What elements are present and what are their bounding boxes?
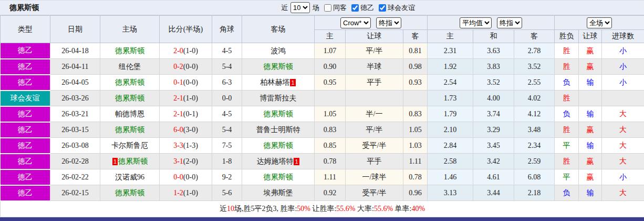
handicap-line-cell: 受平/半 xyxy=(346,138,403,154)
league-cell: 球会友谊 xyxy=(1,91,50,106)
avg-home-odds-cell: 2.31 xyxy=(428,43,473,59)
goals-result-cell: 小 xyxy=(602,75,644,91)
match-row: 德乙26-03-08卡尔斯鲁厄3-3(1-3)7-5德累斯顿0.85受平/半1.… xyxy=(1,138,644,154)
score-cell: 0-2(0-0) xyxy=(160,59,212,75)
handicap-line-cell xyxy=(346,91,403,106)
result-cell: 胜 xyxy=(555,43,579,59)
goals-result-cell: 小 xyxy=(602,43,644,59)
games-label: 场 xyxy=(313,3,319,13)
corners-cell: 4-5 xyxy=(212,106,242,122)
handicap-away-odds-cell: 0.81 xyxy=(403,43,428,59)
team-name: 博雷斯拉夫 xyxy=(260,94,297,102)
avg-draw-odds-cell: 3.74 xyxy=(473,106,514,122)
home-team-cell: 卡尔斯鲁厄 xyxy=(100,138,160,154)
away-team-cell: 德累斯顿 xyxy=(242,169,315,185)
team-name: 汉诺威96 xyxy=(115,173,144,181)
match-row: 德乙26-03-21帕德博恩2-1(0-1)4-5德累斯顿1.05半/一0.83… xyxy=(1,106,644,122)
avg-draw-odds-cell: 4.00 xyxy=(473,91,514,106)
handicap-result-cell: 输 xyxy=(579,185,602,201)
home-team-cell: 纽伦堡 xyxy=(100,59,160,75)
col-hc-line: 让球 xyxy=(346,30,403,43)
score-cell: 2-0(1-0) xyxy=(160,43,212,59)
col-score: 比分(半场) xyxy=(160,16,212,43)
league-cell: 德乙 xyxy=(1,43,50,59)
col-away: 客场 xyxy=(242,16,315,43)
same-away-filter[interactable]: 同客 xyxy=(324,3,347,13)
team-name: 德累斯顿 xyxy=(115,94,144,102)
team-name: 德累斯顿 xyxy=(115,189,144,197)
match-row: 德乙26-03-15德累斯顿6-0(3-0)5-4普鲁士明斯特0.83平/半1.… xyxy=(1,122,644,138)
handicap-result-cell: 赢 xyxy=(579,122,602,138)
handicap-away-odds-cell: 0.98 xyxy=(403,59,428,75)
away-team-cell: 博雷斯拉夫 xyxy=(242,91,315,106)
average-select[interactable]: 平均值 xyxy=(460,17,492,28)
match-row: 德乙26-02-281德累斯顿3-1(2-0)1-8达姆施塔特10.78平手1.… xyxy=(1,154,644,169)
avg-home-odds-cell: 2.10 xyxy=(428,122,473,138)
handicap-away-odds-cell: 1.11 xyxy=(403,154,428,169)
match-row: 德乙26-04-18德累斯顿2-0(1-0)4-5波鸿1.07平/半0.812.… xyxy=(1,43,644,59)
team-name: 德累斯顿 xyxy=(115,78,144,86)
goals-result-cell: 大 xyxy=(602,138,644,154)
score-cell: 2-1(0-1) xyxy=(160,106,212,122)
away-team-cell: 德累斯顿 xyxy=(242,138,315,154)
home-team-cell: 德累斯顿 xyxy=(100,43,160,59)
near-label: 近 xyxy=(281,3,288,13)
home-team-cell: 汉诺威96 xyxy=(100,169,160,185)
away-team-cell: 波鸿 xyxy=(242,43,315,59)
header-group-row: 类型 日期 主场 比分(半场) 角球 客场 Crow*终指 平均值终指 全场 xyxy=(1,16,644,30)
handicap-line-cell: 半/一 xyxy=(346,106,403,122)
corners-cell: 5-6 xyxy=(212,185,242,201)
team-name: 普鲁士明斯特 xyxy=(256,126,300,134)
handicap-home-odds-cell: 0.78 xyxy=(315,154,346,169)
league-cell: 德乙 xyxy=(1,59,50,75)
near-count-select[interactable]: 10 xyxy=(290,2,310,13)
home-team-cell: 德累斯顿 xyxy=(100,91,160,106)
avg-draw-odds-cell: 3.45 xyxy=(473,138,514,154)
handicap-result-cell: 赢 xyxy=(579,59,602,75)
handicap-away-odds-cell: 0.93 xyxy=(403,75,428,91)
friendly-filter[interactable]: 球会友谊 xyxy=(379,3,415,13)
home-team-cell: 德累斯顿 xyxy=(100,75,160,91)
date-cell: 26-04-11 xyxy=(50,59,100,75)
handicap-result-cell: 赢 xyxy=(579,169,602,185)
league-checkbox[interactable] xyxy=(351,4,359,12)
handicap-line-cell: 平手 xyxy=(346,154,403,169)
score-cell: 3-1(2-0) xyxy=(160,154,212,169)
handicap-result-cell: 输 xyxy=(579,138,602,154)
date-cell: 26-03-08 xyxy=(50,138,100,154)
league-filter[interactable]: 德乙 xyxy=(351,3,374,13)
avg-draw-odds-cell: 3.83 xyxy=(473,59,514,75)
matches-table: 类型 日期 主场 比分(半场) 角球 客场 Crow*终指 平均值终指 全场 主… xyxy=(0,15,644,217)
result-cell: 胜 xyxy=(555,122,579,138)
score-cell: 0-0(0-0) xyxy=(160,169,212,185)
odds-source-select[interactable]: Crow* xyxy=(340,17,371,28)
handicap-home-odds-cell: 1.07 xyxy=(315,43,346,59)
team-name: 卡尔斯鲁厄 xyxy=(111,142,148,149)
col-avg-draw: 和 xyxy=(473,30,514,43)
avg-away-odds-cell: 2.18 xyxy=(514,185,555,201)
handicap-home-odds-cell: 0.83 xyxy=(315,122,346,138)
final-odds-select[interactable]: 终指 xyxy=(376,17,401,28)
avg-away-odds-cell: 6.08 xyxy=(514,169,555,185)
goals-result-cell: 小 xyxy=(602,59,644,75)
handicap-line-cell: 平手 xyxy=(346,75,403,91)
date-cell: 26-03-15 xyxy=(50,122,100,138)
corners-cell: 0-0 xyxy=(212,91,242,106)
same-away-checkbox[interactable] xyxy=(324,4,331,12)
team-name: 波鸿 xyxy=(271,47,286,55)
match-history-panel: 德累斯顿 近 10 场 同客 德乙 球会友谊 xyxy=(0,0,644,221)
team-name: 德累斯顿 xyxy=(264,63,293,71)
avg-away-odds-cell: 3.48 xyxy=(514,122,555,138)
handicap-home-odds-cell xyxy=(315,91,346,106)
away-team-cell: 柏林赫塔1 xyxy=(242,75,315,91)
friendly-checkbox[interactable] xyxy=(379,4,386,12)
col-let-result: 让球 xyxy=(579,30,602,43)
fulltime-select[interactable]: 全场 xyxy=(587,17,612,28)
league-cell: 德乙 xyxy=(1,138,50,154)
final-odds-select-2[interactable]: 终指 xyxy=(497,17,522,28)
handicap-result-cell: 赢 xyxy=(579,154,602,169)
league-cell: 德乙 xyxy=(1,185,50,201)
goals-result-cell: 小 xyxy=(602,169,644,185)
league-cell: 德乙 xyxy=(1,106,50,122)
date-cell: 26-02-28 xyxy=(50,154,100,169)
